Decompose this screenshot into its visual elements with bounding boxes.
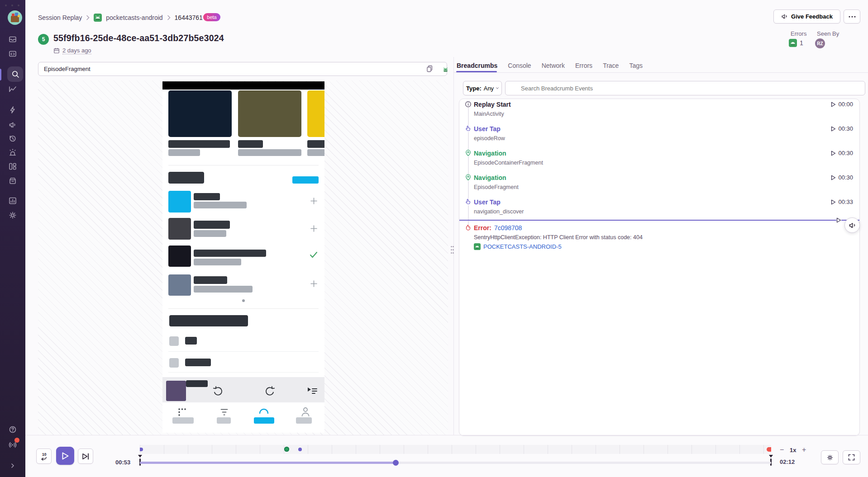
skip-to-end-button[interactable] <box>78 449 93 464</box>
error-project-link[interactable]: POCKETCASTS-ANDROID-5 <box>483 243 562 250</box>
sidebar-replays-icon[interactable] <box>8 134 17 143</box>
sidebar-performance-icon[interactable] <box>8 85 17 94</box>
phone-status-bar <box>162 81 324 90</box>
wireframe-thumb <box>168 218 191 240</box>
wireframe-card <box>307 90 324 137</box>
sidebar-projects-icon[interactable] <box>8 49 17 58</box>
wireframe-text <box>194 276 227 284</box>
undo-icon <box>212 386 223 397</box>
event-timestamp[interactable]: 00:30 <box>831 174 853 181</box>
play-icon <box>831 175 836 180</box>
give-feedback-button[interactable]: Give Feedback <box>773 9 840 24</box>
event-description: navigation_discover <box>474 209 524 215</box>
wireframe-card <box>168 90 232 137</box>
wireframe-section-title <box>168 172 204 184</box>
wireframe-text <box>194 250 266 257</box>
sidebar-search-active[interactable] <box>7 66 23 82</box>
detail-tabs: Breadcrumbs Console Network Errors Trace… <box>457 62 643 69</box>
event-timestamp[interactable]: 00:30 <box>831 125 853 132</box>
profile-icon <box>301 407 310 417</box>
sidebar-expand-icon[interactable] <box>8 461 17 470</box>
type-filter-value: Any <box>484 85 494 92</box>
errors-stat[interactable]: 1 <box>789 39 803 47</box>
timeline-events-strip[interactable] <box>140 445 771 454</box>
timeline-error-dot <box>767 447 771 452</box>
sidebar-settings-icon[interactable] <box>8 211 17 220</box>
rewind-10-button[interactable]: 10 <box>36 449 52 464</box>
breadcrumb-project[interactable]: pocketcasts-android <box>106 14 162 21</box>
tab-network[interactable]: Network <box>542 62 565 69</box>
tab-console[interactable]: Console <box>508 62 531 69</box>
event-title: User Tap <box>474 126 501 132</box>
copy-button[interactable] <box>424 65 434 74</box>
wireframe-text <box>185 359 211 366</box>
more-options-button[interactable] <box>844 9 860 24</box>
org-avatar[interactable] <box>8 10 22 25</box>
player-settings-button[interactable] <box>821 450 839 464</box>
speed-slower-button[interactable]: − <box>780 446 784 454</box>
clip-end-marker <box>769 455 773 458</box>
ellipsis-icon <box>849 16 856 18</box>
wireframe-art <box>166 381 186 401</box>
sidebar-whats-new-icon[interactable] <box>8 440 17 449</box>
tab-trace[interactable]: Trace <box>603 62 619 69</box>
android-project-icon <box>94 14 102 22</box>
search-input[interactable] <box>38 62 447 76</box>
wireframe-text <box>168 149 200 156</box>
wireframe-text <box>194 259 241 265</box>
rewind-10-icon: 10 <box>39 452 48 461</box>
chevron-right-icon <box>167 15 171 20</box>
tab-breadcrumbs[interactable]: Breadcrumbs <box>457 62 497 69</box>
sidebar-lightning-icon[interactable] <box>8 105 17 114</box>
timeline-playhead[interactable] <box>393 460 399 466</box>
panel-resize-handle[interactable] <box>450 246 454 256</box>
event-title: Navigation <box>474 150 506 156</box>
sidebar-releases-icon[interactable] <box>8 176 17 185</box>
play-icon <box>831 102 836 107</box>
floating-feedback-button[interactable] <box>844 217 860 233</box>
sidebar-help-icon[interactable] <box>8 425 17 434</box>
seen-by-avatar: RZ <box>815 38 825 48</box>
wireframe-text <box>194 202 247 208</box>
skip-end-icon <box>82 453 89 460</box>
sidebar-dashboards-icon[interactable] <box>8 162 17 171</box>
event-timestamp[interactable]: 00:00 <box>831 101 853 108</box>
wireframe-text <box>194 230 226 237</box>
notification-dot <box>14 438 19 443</box>
cursor-play-icon <box>836 217 841 223</box>
sidebar-insights-icon[interactable] <box>8 196 17 205</box>
copy-icon <box>426 65 433 72</box>
event-timestamp[interactable]: 00:33 <box>831 198 853 205</box>
tab-tags[interactable]: Tags <box>629 62 643 69</box>
replay-age: 2 days ago <box>62 47 91 54</box>
sidebar-feedback-icon[interactable] <box>8 120 17 129</box>
divider <box>168 351 319 352</box>
event-description: SentryHttpClientException: HTTP Client E… <box>474 235 643 241</box>
event-timestamp[interactable]: 00:30 <box>831 150 853 156</box>
play-icon <box>831 126 836 132</box>
discover-arc-icon <box>259 407 269 414</box>
plus-icon <box>310 197 318 205</box>
speed-faster-button[interactable]: + <box>802 446 806 454</box>
navigation-pin-icon <box>465 150 472 156</box>
replay-viewport[interactable] <box>38 80 448 435</box>
type-filter-dropdown[interactable]: Type: Any <box>463 81 502 95</box>
navigation-pin-icon <box>465 174 472 181</box>
wireframe-nav-label <box>296 417 312 424</box>
wireframe-thumb <box>168 246 191 267</box>
plus-icon <box>310 280 318 288</box>
tab-errors[interactable]: Errors <box>575 62 592 69</box>
breadcrumb-replay-number[interactable]: 16443761 <box>175 14 203 21</box>
sidebar-issues-icon[interactable] <box>8 35 17 44</box>
timeline-scrubber[interactable] <box>140 462 771 464</box>
megaphone-icon <box>781 13 788 20</box>
breadcrumb-session-replay[interactable]: Session Replay <box>38 14 82 21</box>
fullscreen-button[interactable] <box>843 450 860 464</box>
error-id-link[interactable]: 7c098708 <box>494 225 522 231</box>
breadcrumb-search-input[interactable] <box>505 81 865 95</box>
play-button[interactable] <box>56 447 74 465</box>
sidebar-alerts-icon[interactable] <box>8 148 17 157</box>
event-description: EpisodeFragment <box>474 184 519 190</box>
activity-count-badge: 5 <box>38 34 49 45</box>
error-flame-icon <box>465 224 472 231</box>
